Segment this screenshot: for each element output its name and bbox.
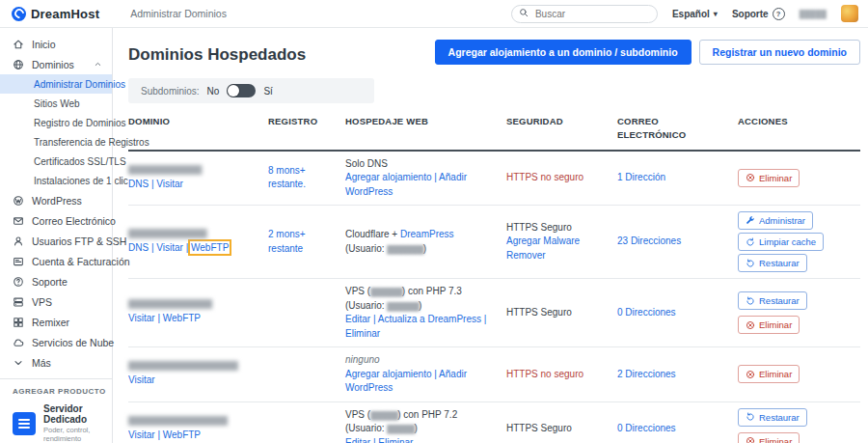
main-content: Dominios Hospedados Agregar alojamiento … [113,28,868,443]
add-hosting-button[interactable]: Agregar alojamiento a un dominio / subdo… [435,40,692,65]
link-eliminar[interactable]: Eliminar [345,328,380,339]
redacted-text: ██████ [370,411,397,420]
text-segment: HTTPS no seguro [506,172,583,182]
sidebar-item-usuarios-ftp-ssh[interactable]: Usuarios FTP & SSH [0,231,112,251]
cell-dominio: █████████████████████ Visitar [128,361,268,388]
language-dropdown[interactable]: Español ▾ [672,9,718,19]
subdomains-toggle-bar: Subdominios: No Sí [128,78,374,103]
card-icon [13,256,24,267]
dreamhost-logo[interactable]: DreamHost [12,7,99,21]
text-segment: HTTPS Seguro [506,222,572,233]
dedicated-server-icon [13,412,36,435]
registro-link[interactable]: 2 mons+ restante [268,229,306,254]
search-box [511,4,658,23]
sidebar-item-sitios-web[interactable]: Sitios Web [0,94,112,113]
sidebar-item-registro-de-dominios[interactable]: Registro de Dominios [0,113,112,132]
eliminar-button[interactable]: Eliminar [738,169,800,187]
sidebar-item-vps[interactable]: VPS [0,291,112,312]
restore-icon [746,259,755,268]
domain-link-webftp[interactable]: WebFTP [191,242,229,253]
domain-link-dns[interactable]: DNS [128,242,149,253]
restore-icon [746,296,755,306]
eliminar-button[interactable]: Eliminar [738,432,800,443]
text-segment: ) con PHP 7.3 [402,286,462,296]
sidebar-item-instalaciones-de-1-clic[interactable]: Instalaciones de 1 clic [0,171,112,190]
sidebar-item-soporte[interactable]: Soporte [0,271,112,291]
subdomains-toggle[interactable] [227,84,256,97]
sidebar-item-certificados-ssl-tls[interactable]: Certificados SSL/TLS [0,152,112,171]
sidebar-item-label: VPS [32,296,52,308]
link-agregar-malware-remover[interactable]: Agregar Malware Remover [506,235,580,261]
table-header-row: DOMINIOREGISTROHOSPEDAJE WEBSEGURIDADCOR… [128,115,860,152]
cell-seguridad: HTTPS Seguro [506,422,617,436]
dreamhost-logo-icon [12,7,26,21]
limpiar-cache-button[interactable]: Limpiar cache [738,233,824,251]
link-editar[interactable]: Editar [345,437,370,443]
domain-link-visitar[interactable]: Visitar [156,179,183,189]
support-link[interactable]: Soporte ? [732,8,785,20]
email-addresses-link[interactable]: 0 Direcciones [617,423,676,433]
text-segment: | [432,369,440,379]
column-header-dominio: DOMINIO [128,115,268,142]
link-editar[interactable]: Editar [345,314,370,324]
email-addresses-link[interactable]: 1 Dirección [617,172,665,182]
link-agregar-alojamiento[interactable]: Agregar alojamiento [345,369,432,379]
sidebar-item-servicios-de-nube[interactable]: Servicios de Nube [0,332,112,352]
text-segment: HTTPS Seguro [506,423,572,433]
email-addresses-link[interactable]: 23 Direcciones [617,235,681,246]
sidebar-item-correo-electronico[interactable]: Correo Electrónico [0,210,112,231]
domain-name-redacted: ████████████████ [128,299,258,309]
cell-correo: 0 Direcciones [617,306,738,320]
text-segment: ) [423,243,426,254]
sidebar-item-administrar-dominios[interactable]: Administrar Dominios [0,74,112,94]
text-segment: | [481,314,486,324]
sidebar: InicioDominiosAdministrar DominiosSitios… [0,28,113,443]
restaurar-button[interactable]: Restaurar [738,254,807,272]
sidebar-item-transferencia-de-registros[interactable]: Transferencia de Registros [0,132,112,152]
register-domain-button[interactable]: Registrar un nuevo dominio [699,40,860,65]
domain-link-visitar[interactable]: Visitar [128,313,155,323]
link-eliminar[interactable]: Eliminar [378,437,413,443]
chevron-up-icon [94,60,102,69]
eliminar-button[interactable]: Eliminar [738,365,800,383]
restaurar-button[interactable]: Restaurar [738,291,807,310]
sidebar-item-label: Administrar Dominios [34,79,125,90]
cell-hospedaje: VPS (███████) con PHP 7.3(Usuario: █████… [345,285,506,341]
avatar[interactable] [841,5,858,22]
cell-acciones: Eliminar [738,169,860,187]
restaurar-button[interactable]: Restaurar [738,408,807,427]
link-dreampress[interactable]: DreamPress [400,229,454,239]
product-title: Servidor Dedicado [43,403,112,425]
link-actualiza-a-dreampress[interactable]: Actualiza a DreamPress [378,314,481,324]
sidebar-item-label: Dominios [32,59,74,70]
sidebar-item-inicio[interactable]: Inicio [0,34,112,54]
domain-link-visitar[interactable]: Visitar [128,429,155,440]
email-addresses-link[interactable]: 2 Direcciones [617,369,676,379]
product-servidor-dedicado[interactable]: Servidor Dedicado Poder, control, rendim… [0,403,112,443]
registro-link[interactable]: 8 mons+ restante. [268,165,306,190]
search-input[interactable] [511,5,658,23]
text-segment: HTTPS Seguro [506,307,572,318]
product-subtitle: Poder, control, rendimiento [43,426,112,443]
domain-link-visitar[interactable]: Visitar [156,242,183,253]
sidebar-item-cuenta-facturacion[interactable]: Cuenta & Facturación [0,251,112,271]
domains-table: DOMINIOREGISTROHOSPEDAJE WEBSEGURIDADCOR… [128,115,860,443]
link-agregar-alojamiento[interactable]: Agregar alojamiento [345,172,432,182]
sidebar-item-remixer[interactable]: Remixer [0,312,112,332]
domain-link-webftp[interactable]: WebFTP [163,313,201,323]
email-addresses-link[interactable]: 0 Direcciones [617,307,676,318]
cell-seguridad: HTTPS no seguro [506,171,617,185]
text-segment: (Usuario: [345,423,387,433]
domain-link-visitar[interactable]: Visitar [128,374,155,385]
domain-link-dns[interactable]: DNS [128,179,149,189]
sidebar-item-dominios[interactable]: Dominios [0,54,112,74]
administrar-button[interactable]: Administrar [738,211,813,230]
sidebar-item-mas[interactable]: Más [0,352,112,373]
link-separator: | [155,313,163,323]
eliminar-button[interactable]: Eliminar [738,316,800,334]
domain-name-redacted: ██████████████ [128,165,258,175]
cell-dominio: ███████████████ DNS | Visitar | WebFTP [128,229,268,256]
domain-link-webftp[interactable]: WebFTP [163,429,201,440]
sidebar-item-wordpress[interactable]: WordPress [0,190,112,210]
cell-hospedaje: Cloudflare + DreamPress(Usuario: ███████… [345,228,506,256]
